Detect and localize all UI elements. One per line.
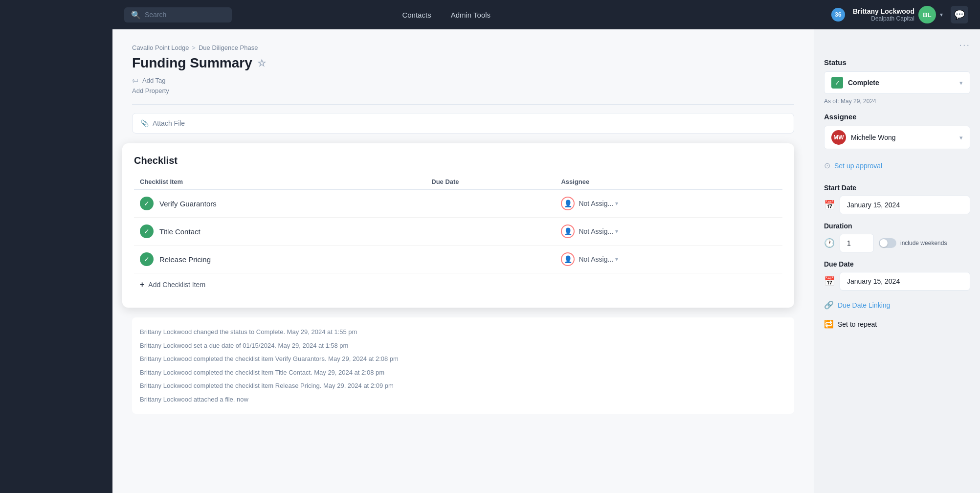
col-item-header: Checklist Item <box>134 174 425 190</box>
due-calendar-icon: 📅 <box>824 276 835 287</box>
start-date-section: Start Date 📅 January 15, 2024 <box>824 184 970 214</box>
duration-label: Duration <box>824 222 970 230</box>
assignee-person-icon: 👤 <box>561 197 575 210</box>
nav-admin-tools-link[interactable]: Admin Tools <box>451 11 490 19</box>
due-date-section: Due Date 📅 January 15, 2024 <box>824 260 970 291</box>
add-tag-button[interactable]: Add Tag <box>142 77 165 84</box>
assignee-avatar: MW <box>831 130 846 145</box>
breadcrumb-separator: > <box>192 44 196 51</box>
due-date-linking-label: Due Date Linking <box>838 301 890 309</box>
star-icon[interactable]: ☆ <box>257 57 266 69</box>
assignee-name: Michelle Wong <box>851 134 955 141</box>
table-row: ✓ Title Contact 👤 Not Assig... ▾ <box>134 218 782 246</box>
main-content: Cavallo Point Lodge > Due Diligence Phas… <box>112 29 980 493</box>
search-input[interactable] <box>145 11 223 19</box>
start-date-row: 📅 January 15, 2024 <box>824 196 970 214</box>
assignee-person-icon: 👤 <box>561 252 575 266</box>
set-to-repeat-label: Set to repeat <box>838 320 877 328</box>
table-row: ✓ Verify Guarantors 👤 Not Assig... ▾ <box>134 190 782 218</box>
checklist-item-assignee-cell[interactable]: 👤 Not Assig... ▾ <box>555 246 782 273</box>
attach-file-row[interactable]: 📎 Attach File <box>132 113 794 134</box>
check-circle-icon: ✓ <box>140 197 154 210</box>
col-assignee-header: Assignee <box>555 174 782 190</box>
search-bar[interactable]: 🔍 <box>124 7 232 22</box>
approval-label: Set up approval <box>834 162 882 170</box>
nav-center-links: Contacts Admin Tools <box>402 11 490 19</box>
status-date: As of: May 29, 2024 <box>824 98 970 105</box>
check-circle-icon: ✓ <box>140 224 154 238</box>
avatar: BL <box>918 6 936 23</box>
right-panel: ··· Status ✓ Complete ▾ As of: May 29, 2… <box>814 29 980 493</box>
due-date-input[interactable]: January 15, 2024 <box>840 272 970 291</box>
status-section: Status ✓ Complete ▾ As of: May 29, 2024 <box>824 58 970 105</box>
duration-row: 🕐 1 include weekends <box>824 234 970 252</box>
assignee-not-assigned-text: Not Assig... <box>579 255 613 263</box>
tag-icon: 🏷 <box>132 77 138 84</box>
activity-item: Brittany Lockwood completed the checklis… <box>140 352 786 366</box>
add-checklist-item-button[interactable]: + Add Checklist Item <box>134 273 782 296</box>
top-navigation: 🔍 Contacts Admin Tools 36 Brittany Lockw… <box>0 0 980 29</box>
center-panel: Cavallo Point Lodge > Due Diligence Phas… <box>112 29 814 493</box>
toggle-knob <box>880 239 888 247</box>
search-icon: 🔍 <box>131 10 141 20</box>
repeat-icon: 🔁 <box>824 319 834 329</box>
checklist-item-assignee-cell[interactable]: 👤 Not Assig... ▾ <box>555 190 782 218</box>
more-options-icon[interactable]: ··· <box>959 39 970 50</box>
user-profile-area[interactable]: Brittany Lockwood Dealpath Capital BL ▾ <box>853 6 943 23</box>
clock-icon: 🕐 <box>824 238 835 248</box>
plus-icon: + <box>140 280 144 289</box>
assignee-dropdown[interactable]: MW Michelle Wong ▾ <box>824 126 970 149</box>
activity-item: Brittany Lockwood set a due date of 01/1… <box>140 339 786 353</box>
set-up-approval-button[interactable]: ⊙ Set up approval <box>824 157 970 174</box>
checklist-item-name-text: Verify Guarantors <box>159 200 217 208</box>
assignee-section: Assignee MW Michelle Wong ▾ <box>824 112 970 149</box>
checklist-table: Checklist Item Due Date Assignee ✓ Verif… <box>134 174 782 273</box>
checklist-item-due-date-cell <box>425 246 555 273</box>
page-title: Funding Summary ☆ <box>132 55 794 71</box>
user-company: Dealpath Capital <box>853 15 914 22</box>
checklist-item-assignee-cell[interactable]: 👤 Not Assig... ▾ <box>555 218 782 246</box>
status-check-icon: ✓ <box>831 77 843 89</box>
col-due-date-header: Due Date <box>425 174 555 190</box>
status-dropdown[interactable]: ✓ Complete ▾ <box>824 71 970 94</box>
link-icon: 🔗 <box>824 300 834 310</box>
add-checklist-label: Add Checklist Item <box>148 281 205 289</box>
include-weekends-toggle[interactable]: include weekends <box>879 238 947 248</box>
chat-icon[interactable]: 💬 <box>951 6 968 23</box>
user-name: Brittany Lockwood <box>853 7 914 15</box>
include-weekends-label: include weekends <box>900 240 947 246</box>
duration-input[interactable]: 1 <box>840 234 874 252</box>
assignee-not-assigned-text: Not Assig... <box>579 200 613 207</box>
duration-section: Duration 🕐 1 include weekends <box>824 222 970 252</box>
assignee-label: Assignee <box>824 112 970 121</box>
start-date-input[interactable]: January 15, 2024 <box>840 196 970 214</box>
dropdown-arrow-icon: ▾ <box>615 256 618 263</box>
toggle-switch[interactable] <box>879 238 896 248</box>
breadcrumb: Cavallo Point Lodge > Due Diligence Phas… <box>132 44 794 51</box>
status-value: Complete <box>848 79 955 87</box>
checklist-item-name-cell: ✓ Title Contact <box>134 218 425 246</box>
start-date-label: Start Date <box>824 184 970 192</box>
breadcrumb-part2[interactable]: Due Diligence Phase <box>199 44 258 51</box>
checklist-item-name-cell: ✓ Release Pricing <box>134 246 425 273</box>
checklist-item-due-date-cell <box>425 218 555 246</box>
nav-right-section: 36 Brittany Lockwood Dealpath Capital BL… <box>831 6 968 23</box>
add-property-button[interactable]: Add Property <box>132 87 169 94</box>
status-label: Status <box>824 58 970 67</box>
checklist-card: Checklist Checklist Item Due Date Assign… <box>122 143 794 308</box>
due-date-row: 📅 January 15, 2024 <box>824 272 970 291</box>
due-date-linking-button[interactable]: 🔗 Due Date Linking <box>824 298 970 312</box>
status-chevron-icon: ▾ <box>959 79 963 87</box>
activity-item: Brittany Lockwood changed the status to … <box>140 325 786 339</box>
breadcrumb-part1[interactable]: Cavallo Point Lodge <box>132 44 189 51</box>
table-row: ✓ Release Pricing 👤 Not Assig... ▾ <box>134 246 782 273</box>
paperclip-icon: 📎 <box>140 119 149 127</box>
set-to-repeat-button[interactable]: 🔁 Set to repeat <box>824 317 970 331</box>
notification-badge[interactable]: 36 <box>831 8 845 22</box>
nav-contacts-link[interactable]: Contacts <box>402 11 431 19</box>
assignee-person-icon: 👤 <box>561 224 575 238</box>
checklist-item-due-date-cell <box>425 190 555 218</box>
page-title-text: Funding Summary <box>132 55 252 71</box>
panel-menu: ··· <box>824 39 970 50</box>
chevron-down-icon: ▾ <box>940 11 943 18</box>
